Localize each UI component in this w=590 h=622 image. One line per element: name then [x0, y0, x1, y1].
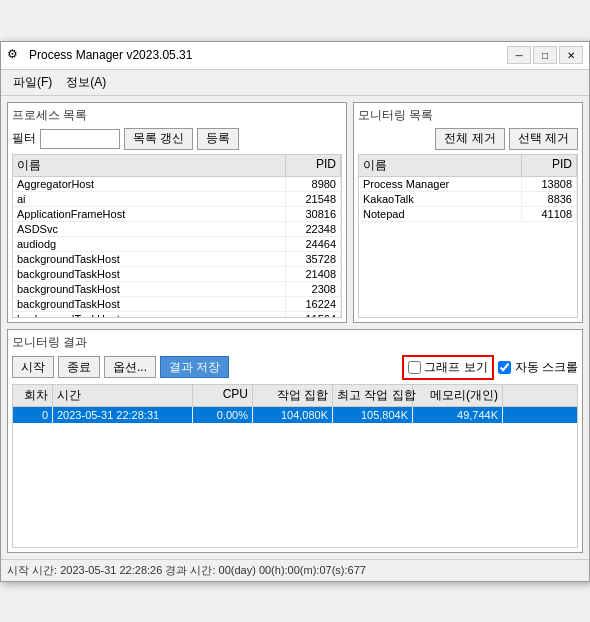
process-name-cell: AggregatorHost	[13, 177, 286, 191]
process-panel: 프로세스 목록 필터 목록 갱신 등록 이름 PID AggregatorHos…	[7, 102, 347, 323]
process-list-row[interactable]: ASDSvc22348	[13, 222, 341, 237]
monitoring-results-title: 모니터링 결과	[12, 334, 578, 351]
process-list-header: 이름 PID	[13, 155, 341, 177]
process-list-row[interactable]: backgroundTaskHost11564	[13, 312, 341, 317]
process-pid-cell: 8980	[286, 177, 341, 191]
title-bar-left: ⚙ Process Manager v2023.05.31	[7, 47, 192, 63]
graph-checkbox[interactable]	[408, 361, 421, 374]
process-pid-header: PID	[286, 155, 341, 176]
main-window: ⚙ Process Manager v2023.05.31 ─ □ ✕ 파일(F…	[0, 41, 590, 582]
process-list-row[interactable]: backgroundTaskHost2308	[13, 282, 341, 297]
process-name-cell: ASDSvc	[13, 222, 286, 236]
col-peak-header: 최고 작업 집합	[333, 385, 413, 406]
monitor-list-row[interactable]: Process Manager13808	[359, 177, 577, 192]
results-time-cell: 2023-05-31 22:28:31	[53, 407, 193, 423]
col-seq-header: 회차	[13, 385, 53, 406]
window-title: Process Manager v2023.05.31	[29, 48, 192, 62]
remove-all-button[interactable]: 전체 제거	[435, 128, 504, 150]
process-name-cell: backgroundTaskHost	[13, 282, 286, 296]
top-panels: 프로세스 목록 필터 목록 갱신 등록 이름 PID AggregatorHos…	[7, 102, 583, 323]
results-table: 회차 시간 CPU 작업 집합 최고 작업 집합 메모리(개인) 0 2023-…	[12, 384, 578, 548]
results-seq-cell: 0	[13, 407, 53, 423]
process-panel-title: 프로세스 목록	[12, 107, 342, 124]
process-pid-cell: 24464	[286, 237, 341, 251]
monitor-list-row[interactable]: Notepad41108	[359, 207, 577, 222]
save-button[interactable]: 결과 저장	[160, 356, 229, 378]
close-button[interactable]: ✕	[559, 46, 583, 64]
menu-file[interactable]: 파일(F)	[7, 72, 58, 93]
process-name-cell: backgroundTaskHost	[13, 312, 286, 317]
results-mem-cell: 49,744K	[413, 407, 503, 423]
process-pid-cell: 21408	[286, 267, 341, 281]
col-time-header: 시간	[53, 385, 193, 406]
results-controls: 시작 종료 옵션... 결과 저장 그래프 보기 자동 스크롤	[12, 355, 578, 380]
process-name-cell: backgroundTaskHost	[13, 297, 286, 311]
col-cpu-header: CPU	[193, 385, 253, 406]
process-list-row[interactable]: backgroundTaskHost35728	[13, 252, 341, 267]
results-header: 회차 시간 CPU 작업 집합 최고 작업 집합 메모리(개인)	[13, 385, 577, 407]
process-list-row[interactable]: ai21548	[13, 192, 341, 207]
process-list-row[interactable]: backgroundTaskHost16224	[13, 297, 341, 312]
results-cpu-cell: 0.00%	[193, 407, 253, 423]
autoscroll-label[interactable]: 자동 스크롤	[515, 359, 578, 376]
process-pid-cell: 21548	[286, 192, 341, 206]
monitor-pid-cell: 8836	[522, 192, 577, 206]
options-button[interactable]: 옵션...	[104, 356, 156, 378]
process-pid-cell: 22348	[286, 222, 341, 236]
register-button[interactable]: 등록	[197, 128, 239, 150]
refresh-button[interactable]: 목록 갱신	[124, 128, 193, 150]
monitor-list-body[interactable]: Process Manager13808KakaoTalk8836Notepad…	[359, 177, 577, 317]
process-pid-cell: 2308	[286, 282, 341, 296]
process-pid-cell: 35728	[286, 252, 341, 266]
status-text: 시작 시간: 2023-05-31 22:28:26 경과 시간: 00(day…	[7, 564, 366, 576]
monitor-pid-cell: 41108	[522, 207, 577, 221]
graph-checkbox-group: 그래프 보기	[402, 355, 493, 380]
app-icon: ⚙	[7, 47, 23, 63]
col-mem-header: 메모리(개인)	[413, 385, 503, 406]
process-list-row[interactable]: backgroundTaskHost21408	[13, 267, 341, 282]
process-name-cell: ai	[13, 192, 286, 206]
minimize-button[interactable]: ─	[507, 46, 531, 64]
monitor-name-cell: Process Manager	[359, 177, 522, 191]
monitor-list-header: 이름 PID	[359, 155, 577, 177]
status-bar: 시작 시간: 2023-05-31 22:28:26 경과 시간: 00(day…	[1, 559, 589, 581]
stop-button[interactable]: 종료	[58, 356, 100, 378]
results-body[interactable]: 0 2023-05-31 22:28:31 0.00% 104,080K 105…	[13, 407, 577, 547]
autoscroll-checkbox[interactable]	[498, 361, 511, 374]
process-name-header: 이름	[13, 155, 286, 176]
monitor-name-cell: Notepad	[359, 207, 522, 221]
content-area: 프로세스 목록 필터 목록 갱신 등록 이름 PID AggregatorHos…	[1, 96, 589, 559]
process-name-cell: backgroundTaskHost	[13, 252, 286, 266]
graph-label[interactable]: 그래프 보기	[424, 359, 487, 376]
title-controls: ─ □ ✕	[507, 46, 583, 64]
remove-selected-button[interactable]: 선택 제거	[509, 128, 578, 150]
process-list-row[interactable]: audiodg24464	[13, 237, 341, 252]
monitoring-results-panel: 모니터링 결과 시작 종료 옵션... 결과 저장 그래프 보기 자동 스크롤 …	[7, 329, 583, 553]
menu-info[interactable]: 정보(A)	[60, 72, 112, 93]
results-peak-cell: 105,804K	[333, 407, 413, 423]
monitor-list-row[interactable]: KakaoTalk8836	[359, 192, 577, 207]
monitor-name-cell: KakaoTalk	[359, 192, 522, 206]
monitor-pid-header: PID	[522, 155, 577, 176]
process-name-cell: ApplicationFrameHost	[13, 207, 286, 221]
monitor-list-title: 모니터링 목록	[358, 107, 578, 124]
filter-row: 필터 목록 갱신 등록	[12, 128, 342, 150]
process-pid-cell: 11564	[286, 312, 341, 317]
monitor-list-container: 이름 PID Process Manager13808KakaoTalk8836…	[358, 154, 578, 318]
process-name-cell: audiodg	[13, 237, 286, 251]
monitor-name-header: 이름	[359, 155, 522, 176]
maximize-button[interactable]: □	[533, 46, 557, 64]
title-bar: ⚙ Process Manager v2023.05.31 ─ □ ✕	[1, 42, 589, 70]
monitor-pid-cell: 13808	[522, 177, 577, 191]
menu-bar: 파일(F) 정보(A)	[1, 70, 589, 96]
col-ws-header: 작업 집합	[253, 385, 333, 406]
process-list-body[interactable]: AggregatorHost8980ai21548ApplicationFram…	[13, 177, 341, 317]
filter-label: 필터	[12, 130, 36, 147]
process-list-row[interactable]: AggregatorHost8980	[13, 177, 341, 192]
process-name-cell: backgroundTaskHost	[13, 267, 286, 281]
start-button[interactable]: 시작	[12, 356, 54, 378]
results-ws-cell: 104,080K	[253, 407, 333, 423]
process-list-row[interactable]: ApplicationFrameHost30816	[13, 207, 341, 222]
results-row[interactable]: 0 2023-05-31 22:28:31 0.00% 104,080K 105…	[13, 407, 577, 423]
filter-input[interactable]	[40, 129, 120, 149]
